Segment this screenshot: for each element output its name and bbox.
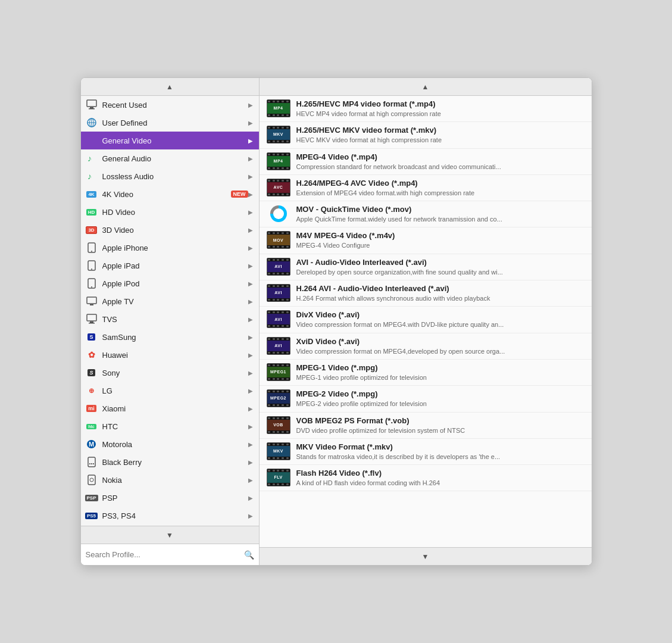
user-defined-arrow: ▶ [248, 120, 253, 126]
left-scroll-down[interactable]: ▼ [81, 526, 259, 544]
sidebar-item-xbox[interactable]: XXbox▶ [81, 525, 259, 526]
recent-used-arrow: ▶ [248, 102, 253, 108]
format-info: H.264 AVI - Audio-Video Interleaved (*.a… [296, 284, 585, 302]
format-info: H.265/HEVC MKV video format (*.mkv) HEVC… [296, 126, 585, 144]
sidebar-item-apple-iphone[interactable]: Apple iPhone▶ [81, 239, 259, 257]
psp-arrow: ▶ [248, 495, 253, 501]
lossless-audio-label: Lossless Audio [102, 172, 248, 181]
format-item-mpeg4-mp4[interactable]: MP4 MPEG-4 Video (*.mp4) Compression sta… [260, 149, 592, 175]
format-item-avi-interleaved[interactable]: AVI AVI - Audio-Video Interleaved (*.avi… [260, 254, 592, 280]
apple-ipad-label: Apple iPad [102, 261, 248, 270]
sidebar-item-general-audio[interactable]: ♪General Audio▶ [81, 149, 259, 167]
sidebar-item-huawei[interactable]: ✿Huawei▶ [81, 346, 259, 364]
format-item-h264-avi[interactable]: AVI H.264 AVI - Audio-Video Interleaved … [260, 280, 592, 307]
format-item-mpeg2-mpg[interactable]: MPEG2 MPEG-2 Video (*.mpg) MPEG-2 video … [260, 386, 592, 412]
sidebar-item-user-defined[interactable]: User Defined▶ [81, 114, 259, 132]
qt-icon [267, 205, 290, 223]
right-scroll-down[interactable]: ▼ [260, 547, 592, 565]
ps3ps4-label: PS3, PS4 [102, 511, 248, 520]
xiaomi-arrow: ▶ [248, 405, 253, 412]
right-scroll-up[interactable]: ▲ [260, 78, 592, 96]
apple-ipod-icon [86, 277, 98, 289]
format-info: DivX Video (*.avi) Video compression for… [296, 310, 585, 329]
thumb-label: FLV [274, 475, 282, 480]
lg-arrow: ▶ [248, 388, 253, 394]
format-thumb: MPEG1 [267, 363, 290, 381]
format-item-mpeg1-mpg[interactable]: MPEG1 MPEG-1 Video (*.mpg) MPEG-1 video … [260, 360, 592, 386]
format-title: MPEG-2 Video (*.mpg) [296, 389, 585, 398]
sidebar-item-lg[interactable]: ⊕LG▶ [81, 382, 259, 399]
motorola-label: Motorola [102, 440, 248, 449]
apple-iphone-icon [86, 242, 98, 254]
general-audio-icon: ♪ [86, 152, 98, 164]
user-defined-label: User Defined [102, 118, 248, 127]
thumb-label: VOB [273, 423, 283, 427]
format-item-xvid-avi[interactable]: AVI XviD Video (*.avi) Video compression… [260, 333, 592, 360]
format-thumb: MKV [267, 442, 290, 460]
format-desc: Video compression format on MPEG4.with D… [296, 320, 585, 329]
chevron-down-icon: ▼ [422, 553, 429, 561]
format-info: MOV - QuickTime Video (*.mov) Apple Quic… [296, 205, 585, 223]
format-desc: Video compression format on MPEG4,develo… [296, 347, 585, 355]
format-item-h264-avc-mp4[interactable]: AVC H.264/MPEG-4 AVC Video (*.mp4) Exten… [260, 175, 592, 201]
thumb-label: MOV [273, 238, 283, 243]
sidebar-item-general-video[interactable]: General Video▶ [81, 132, 259, 149]
sidebar-item-ps3ps4[interactable]: PS5PS3, PS4▶ [81, 507, 259, 525]
format-item-mov-quicktime[interactable]: MOV - QuickTime Video (*.mov) Apple Quic… [260, 201, 592, 227]
sidebar-item-recent-used[interactable]: Recent Used▶ [81, 96, 259, 114]
format-desc: MPEG-1 video profile optimized for telev… [296, 373, 585, 382]
sidebar-item-sony[interactable]: SSony▶ [81, 364, 259, 382]
sidebar-item-apple-tv[interactable]: Apple TV▶ [81, 292, 259, 310]
format-title: H.264/MPEG-4 AVC Video (*.mp4) [296, 179, 585, 188]
format-info: VOB MPEG2 PS Format (*.vob) DVD video pr… [296, 416, 585, 435]
sidebar-item-psp[interactable]: PSPPSP▶ [81, 489, 259, 507]
thumb-label: AVI [274, 291, 282, 295]
left-scroll-up[interactable]: ▲ [81, 78, 259, 96]
format-item-divx-avi[interactable]: AVI DivX Video (*.avi) Video compression… [260, 307, 592, 333]
sidebar-item-apple-ipod[interactable]: Apple iPod▶ [81, 274, 259, 292]
format-item-h265-hevc-mp4[interactable]: MP4 H.265/HEVC MP4 video format (*.mp4) … [260, 96, 592, 122]
format-item-h265-hevc-mkv[interactable]: MKV H.265/HEVC MKV video format (*.mkv) … [260, 122, 592, 148]
sidebar-item-nokia[interactable]: Nokia▶ [81, 471, 259, 489]
sidebar-item-apple-ipad[interactable]: Apple iPad▶ [81, 257, 259, 274]
sidebar-item-4k-video[interactable]: 4K4K VideoNEW▶ [81, 185, 259, 203]
sidebar-item-samsung[interactable]: SSamSung▶ [81, 328, 259, 346]
thumb-label: AVC [274, 185, 283, 190]
svg-text:♪: ♪ [87, 171, 92, 181]
right-list: MP4 H.265/HEVC MP4 video format (*.mp4) … [260, 96, 592, 547]
svg-rect-28 [88, 475, 95, 485]
sony-label: Sony [102, 369, 248, 377]
format-item-vob-mpeg2[interactable]: VOB VOB MPEG2 PS Format (*.vob) DVD vide… [260, 413, 592, 439]
general-video-label: General Video [102, 136, 248, 145]
format-title: AVI - Audio-Video Interleaved (*.avi) [296, 258, 585, 267]
psp-icon: PSP [86, 492, 98, 504]
sidebar-item-tvs[interactable]: TVS▶ [81, 310, 259, 328]
format-item-m4v-mpeg4[interactable]: MOV M4V MPEG-4 Video (*.m4v) MPEG-4 Vide… [260, 227, 592, 254]
apple-ipad-arrow: ▶ [248, 263, 253, 269]
blackberry-arrow: ▶ [248, 459, 253, 466]
sidebar-item-3d-video[interactable]: 3D3D Video▶ [81, 221, 259, 239]
ps3ps4-arrow: ▶ [248, 513, 253, 519]
svg-rect-21 [87, 314, 96, 321]
sidebar-item-xiaomi[interactable]: miXiaomi▶ [81, 399, 259, 417]
4k-video-arrow: ▶ [248, 191, 253, 198]
apple-ipad-icon [86, 260, 98, 271]
search-input[interactable] [86, 550, 244, 559]
format-desc: Compression standard for network broadca… [296, 163, 585, 171]
huawei-arrow: ▶ [248, 352, 253, 358]
sidebar-item-motorola[interactable]: MMotorola▶ [81, 435, 259, 453]
motorola-icon: M [86, 438, 98, 450]
sidebar-item-lossless-audio[interactable]: ♪Lossless Audio▶ [81, 167, 259, 185]
format-item-flash-h264[interactable]: FLV Flash H264 Video (*.flv) A kind of H… [260, 465, 592, 491]
format-info: MPEG-1 Video (*.mpg) MPEG-1 video profil… [296, 363, 585, 382]
sidebar-item-htc[interactable]: htcHTC▶ [81, 417, 259, 435]
blackberry-label: Black Berry [102, 458, 248, 467]
svg-rect-24 [88, 457, 95, 467]
hd-video-icon: HD [86, 206, 98, 218]
psp-label: PSP [102, 494, 248, 502]
sidebar-item-hd-video[interactable]: HDHD Video▶ [81, 203, 259, 221]
format-item-mkv-format[interactable]: MKV MKV Video Format (*.mkv) Stands for … [260, 439, 592, 465]
format-title: MKV Video Format (*.mkv) [296, 442, 585, 451]
format-title: H.265/HEVC MKV video format (*.mkv) [296, 126, 585, 135]
sidebar-item-blackberry[interactable]: Black Berry▶ [81, 453, 259, 471]
